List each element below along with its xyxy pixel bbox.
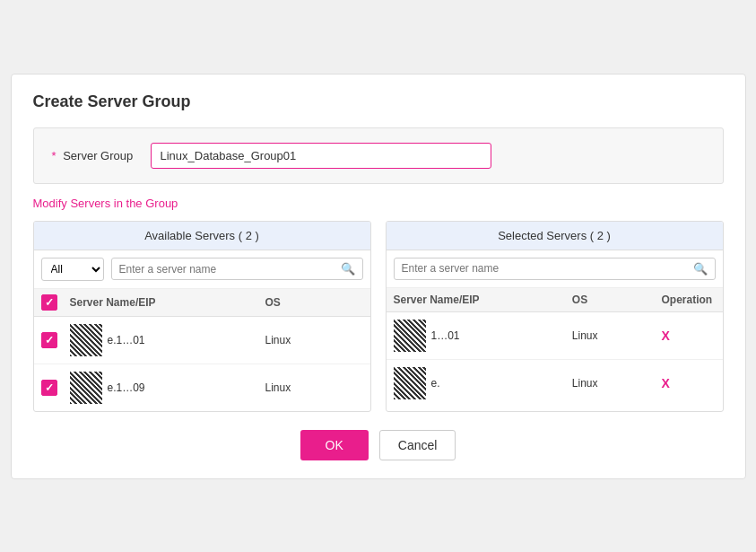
header-checkbox-cell [41,294,70,311]
available-row-1: e.1…01 Linux [34,317,370,364]
sel-row2-name-text: e. [431,377,440,390]
available-table-header: Server Name/EIP OS [34,289,370,317]
selected-search-input[interactable] [402,262,693,275]
sel-row2-os: Linux [572,377,662,390]
footer-buttons: OK Cancel [33,430,724,460]
sel-row1-qr-image [394,320,426,352]
sel-row1-os: Linux [572,329,662,342]
selected-search-icon: 🔍 [693,262,708,276]
form-section: * Server Group [33,127,724,184]
sel-row1-name: 1…01 [394,320,572,352]
row2-os: Linux [265,381,363,394]
selected-table-header: Server Name/EIP OS Operation [387,288,723,312]
sel-row1-remove-button[interactable]: X [662,329,670,343]
selected-row-2: e. Linux X [387,360,723,407]
row2-name: e.1…09 [70,372,265,404]
sel-row1-op: X [662,329,716,343]
server-group-label: * Server Group [52,149,151,162]
selected-col-os: OS [572,294,662,306]
row2-checkbox[interactable] [41,380,57,396]
server-group-field-row: * Server Group [52,143,705,169]
row1-name-text: e.1…01 [108,334,145,346]
server-panels: Available Servers ( 2 ) All 🔍 Server Nam… [33,221,724,412]
select-all-checkbox[interactable] [41,294,57,311]
dialog-title: Create Server Group [33,92,724,111]
selected-col-name: Server Name/EIP [394,294,572,306]
server-group-input[interactable] [151,143,491,169]
create-server-group-dialog: Create Server Group * Server Group Modif… [11,74,746,479]
row2-checkbox-cell [41,380,70,396]
row2-qr-image [70,372,102,404]
selected-search-box: 🔍 [394,258,716,280]
filter-select[interactable]: All [41,258,104,281]
ok-button[interactable]: OK [300,430,369,460]
row1-checkbox[interactable] [41,332,57,348]
row2-name-text: e.1…09 [108,381,145,394]
row1-os: Linux [265,334,363,346]
sel-row2-remove-button[interactable]: X [662,376,670,390]
row1-name: e.1…01 [70,324,265,356]
required-star: * [52,149,56,162]
selected-col-op: Operation [662,294,716,306]
sel-row2-name: e. [394,367,572,399]
available-search-icon: 🔍 [341,262,355,276]
available-servers-panel: Available Servers ( 2 ) All 🔍 Server Nam… [33,221,371,412]
row1-checkbox-cell [41,332,70,348]
selected-servers-panel: Selected Servers ( 2 ) 🔍 Server Name/EIP… [386,221,724,412]
sel-row1-name-text: 1…01 [431,329,460,342]
selected-row-1: 1…01 Linux X [387,312,723,360]
available-col-os: OS [265,296,363,309]
available-panel-toolbar: All 🔍 [34,250,370,289]
available-panel-header: Available Servers ( 2 ) [34,222,370,250]
available-col-name: Server Name/EIP [70,296,265,309]
selected-panel-toolbar: 🔍 [387,250,723,288]
cancel-button[interactable]: Cancel [379,430,456,460]
sel-row2-qr-image [394,367,426,399]
sel-row2-op: X [662,376,716,390]
section-subtitle: Modify Servers in the Group [33,197,724,210]
selected-panel-header: Selected Servers ( 2 ) [387,222,723,250]
available-search-input[interactable] [119,263,341,276]
row1-qr-image [70,324,102,356]
available-row-2: e.1…09 Linux [34,364,370,411]
available-search-box: 🔍 [111,258,363,280]
